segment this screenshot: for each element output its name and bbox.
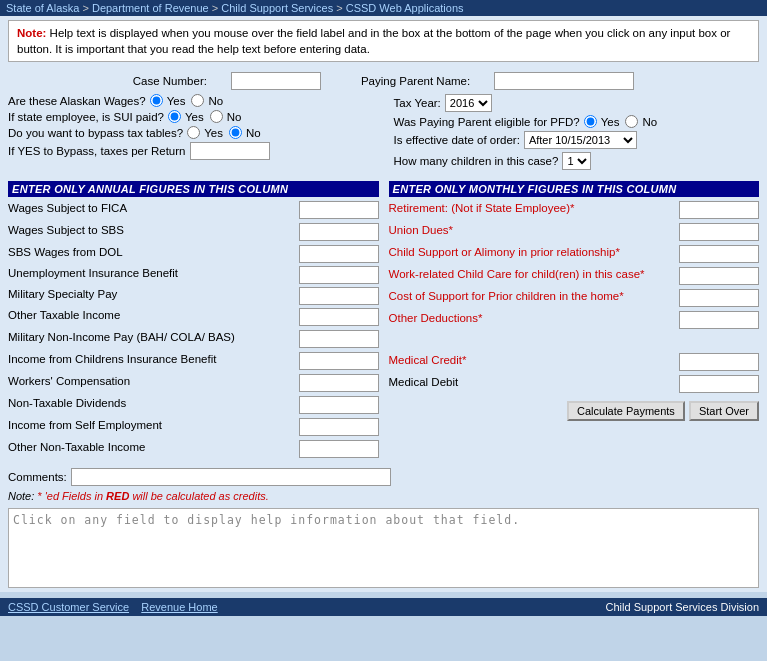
medical-debit-label: Medical Debit — [389, 375, 680, 390]
field-row-cost-prior: Cost of Support for Prior children in th… — [389, 289, 760, 307]
field-row-mil-non: Military Non-Income Pay (BAH/ COLA/ BAS) — [8, 330, 379, 348]
start-over-button[interactable]: Start Over — [689, 401, 759, 421]
medical-credit-input[interactable] — [679, 353, 759, 371]
comments-row: Comments: — [8, 468, 759, 486]
sui-yes-radio[interactable] — [168, 110, 181, 123]
columns-wrapper: Enter Only Annual Figures in this column… — [8, 181, 759, 462]
effective-date-select[interactable]: After 10/15/2013 Before 10/15/2013 — [524, 131, 637, 149]
pfd-yes-radio[interactable] — [584, 115, 597, 128]
non-tax-div-input[interactable] — [299, 396, 379, 414]
field-row-childrens-ins: Income from Childrens Insurance Benefit — [8, 352, 379, 370]
retirement-label: Retirement: (Not if State Employee)* — [389, 201, 680, 216]
other-taxable-label: Other Taxable Income — [8, 308, 299, 323]
mil-spec-input[interactable] — [299, 287, 379, 305]
case-number-label: Case Number: — [133, 75, 207, 87]
work-child-care-input[interactable] — [679, 267, 759, 285]
sbs-dol-label: SBS Wages from DOL — [8, 245, 299, 260]
bypass-no-label: No — [246, 127, 261, 139]
alaskan-yes-label: Yes — [167, 95, 186, 107]
medical-credit-label: Medical Credit* — [389, 353, 680, 368]
breadcrumb-css[interactable]: Child Support Services — [221, 2, 333, 14]
fica-input[interactable] — [299, 201, 379, 219]
mil-spec-label: Military Specialty Pay — [8, 287, 299, 302]
breadcrumb-alaska[interactable]: State of Alaska — [6, 2, 79, 14]
if-yes-bypass-label: If YES to Bypass, taxes per Return — [8, 145, 186, 157]
union-dues-input[interactable] — [679, 223, 759, 241]
work-child-care-label: Work-related Child Care for child(ren) i… — [389, 267, 680, 282]
pfd-label: Was Paying Parent eligible for PFD? — [394, 116, 580, 128]
sbs-input[interactable] — [299, 223, 379, 241]
workers-comp-label: Workers' Compensation — [8, 374, 299, 389]
children-count-select[interactable]: 1 2 3 4 5 — [562, 152, 591, 170]
field-row-self-employ: Income from Self Employment — [8, 418, 379, 436]
sui-yes-label: Yes — [185, 111, 204, 123]
uib-input[interactable] — [299, 266, 379, 284]
cssd-customer-service-link[interactable]: CSSD Customer Service — [8, 601, 129, 613]
comments-label: Comments: — [8, 471, 67, 483]
tax-year-label: Tax Year: — [394, 97, 441, 109]
other-deductions-input[interactable] — [679, 311, 759, 329]
other-nontax-label: Other Non-Taxable Income — [8, 440, 299, 455]
self-employ-label: Income from Self Employment — [8, 418, 299, 433]
paying-parent-input[interactable] — [494, 72, 634, 90]
left-section-header: Enter Only Annual Figures in this column — [8, 181, 379, 197]
calculate-payments-button[interactable]: Calculate Payments — [567, 401, 685, 421]
field-row-union-dues: Union Dues* — [389, 223, 760, 241]
mil-non-input[interactable] — [299, 330, 379, 348]
sbs-label: Wages Subject to SBS — [8, 223, 299, 238]
breadcrumb-revenue[interactable]: Department of Revenue — [92, 2, 209, 14]
state-employee-label: If state employee, is SUI paid? — [8, 111, 164, 123]
pfd-no-radio[interactable] — [625, 115, 638, 128]
field-row-workers-comp: Workers' Compensation — [8, 374, 379, 392]
child-support-alimony-input[interactable] — [679, 245, 759, 263]
fica-label: Wages Subject to FICA — [8, 201, 299, 216]
other-deductions-label: Other Deductions* — [389, 311, 680, 326]
tax-year-select[interactable]: 2016 2015 2014 — [445, 94, 492, 112]
alaskan-no-radio[interactable] — [191, 94, 204, 107]
workers-comp-input[interactable] — [299, 374, 379, 392]
field-row-sbs-dol: SBS Wages from DOL — [8, 245, 379, 263]
retirement-input[interactable] — [679, 201, 759, 219]
footnote: Note: * 'ed Fields in RED will be calcul… — [8, 490, 759, 502]
cost-prior-label: Cost of Support for Prior children in th… — [389, 289, 680, 304]
bypass-yes-label: Yes — [204, 127, 223, 139]
field-row-uib: Unemployment Insurance Benefit — [8, 266, 379, 284]
bypass-taxes-input[interactable] — [190, 142, 270, 160]
union-dues-label: Union Dues* — [389, 223, 680, 238]
field-row-non-tax-div: Non-Taxable Dividends — [8, 396, 379, 414]
alaskan-wages-label: Are these Alaskan Wages? — [8, 95, 146, 107]
childrens-ins-input[interactable] — [299, 352, 379, 370]
mil-non-label: Military Non-Income Pay (BAH/ COLA/ BAS) — [8, 330, 299, 345]
field-row-retirement: Retirement: (Not if State Employee)* — [389, 201, 760, 219]
buttons-row: Calculate Payments Start Over — [389, 401, 760, 421]
bypass-no-radio[interactable] — [229, 126, 242, 139]
other-nontax-input[interactable] — [299, 440, 379, 458]
breadcrumb-cssd[interactable]: CSSD Web Applications — [346, 2, 464, 14]
bypass-tax-label: Do you want to bypass tax tables? — [8, 127, 183, 139]
right-column: Enter Only Monthly Figures in this colum… — [389, 181, 760, 462]
help-box[interactable]: Click on any field to display help infor… — [8, 508, 759, 588]
field-row-sbs: Wages Subject to SBS — [8, 223, 379, 241]
field-row-fica: Wages Subject to FICA — [8, 201, 379, 219]
pfd-yes-label: Yes — [601, 116, 620, 128]
field-row-other-nontax: Other Non-Taxable Income — [8, 440, 379, 458]
sui-no-label: No — [227, 111, 242, 123]
main-content: Note: Help text is displayed when you mo… — [0, 16, 767, 592]
revenue-home-link[interactable]: Revenue Home — [141, 601, 217, 613]
field-row-child-support-alimony: Child Support or Alimony in prior relati… — [389, 245, 760, 263]
cost-prior-input[interactable] — [679, 289, 759, 307]
bypass-yes-radio[interactable] — [187, 126, 200, 139]
medical-debit-input[interactable] — [679, 375, 759, 393]
effective-date-label: Is effective date of order: — [394, 134, 520, 146]
field-row-other-deductions: Other Deductions* — [389, 311, 760, 329]
paying-parent-label: Paying Parent Name: — [361, 75, 470, 87]
sui-no-radio[interactable] — [210, 110, 223, 123]
alaskan-yes-radio[interactable] — [150, 94, 163, 107]
footer-bar: CSSD Customer Service Revenue Home Child… — [0, 598, 767, 616]
self-employ-input[interactable] — [299, 418, 379, 436]
sbs-dol-input[interactable] — [299, 245, 379, 263]
uib-label: Unemployment Insurance Benefit — [8, 266, 299, 281]
case-number-input[interactable] — [231, 72, 321, 90]
other-taxable-input[interactable] — [299, 308, 379, 326]
comments-input[interactable] — [71, 468, 391, 486]
